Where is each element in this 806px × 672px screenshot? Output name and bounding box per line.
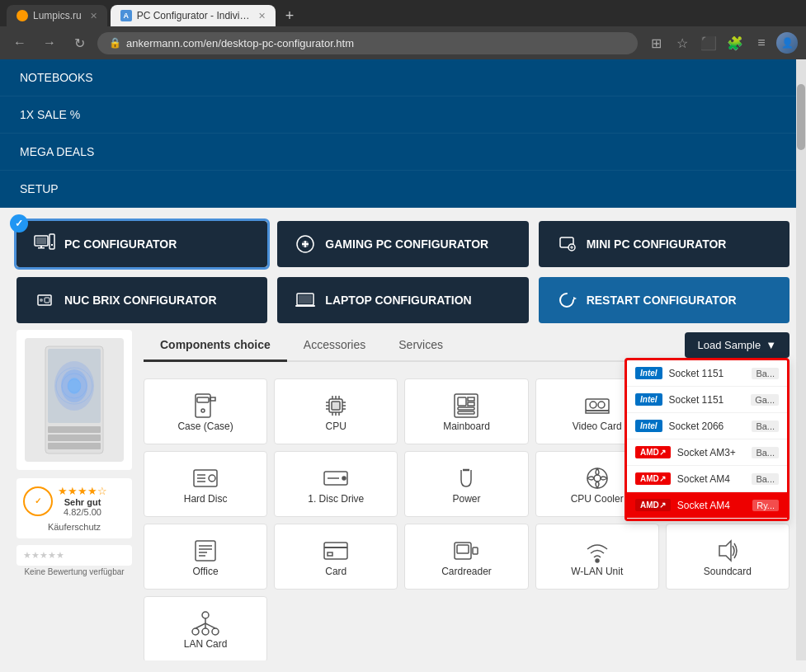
soundcard-label: Soundcard	[704, 566, 752, 577]
svg-line-99	[205, 623, 215, 628]
pc-configurator-button[interactable]: ✓ PC CONFIGURATOR	[16, 221, 267, 267]
laptop-configurator-button[interactable]: LAPTOP CONFIGURATION	[277, 277, 528, 323]
translate-icon[interactable]: ⊞	[644, 31, 667, 54]
configurator-section: ✓ PC CONFIGURATOR	[0, 208, 806, 330]
type-label-2: Ba...	[752, 421, 779, 432]
svg-rect-37	[332, 402, 340, 410]
brand-label-5: AMD↗	[635, 499, 671, 511]
component-wlan[interactable]: W-LAN Unit	[535, 524, 659, 590]
extension-icon[interactable]: ⬛	[697, 31, 720, 54]
nav-mega-deals[interactable]: MEGA DEALS	[0, 134, 806, 171]
office-icon	[191, 536, 220, 566]
puzzle-icon[interactable]: 🧩	[724, 31, 747, 54]
restart-configurator-button[interactable]: RESTART CONFIGURATOR	[539, 277, 790, 323]
forward-button[interactable]: →	[38, 31, 61, 54]
mainboard-icon	[451, 391, 481, 421]
svg-rect-56	[586, 399, 609, 411]
tab-close-lumpics[interactable]: ✕	[90, 11, 97, 21]
restart-icon	[555, 289, 578, 312]
tabs-header: Components choice Accessories Services L…	[144, 330, 790, 362]
tab-components[interactable]: Components choice	[144, 330, 287, 362]
mainboard-label: Mainboard	[443, 421, 490, 432]
dropdown-item-1[interactable]: Intel Socket 1151 Ga...	[627, 387, 787, 413]
component-card[interactable]: Card	[274, 524, 398, 590]
component-cardreader[interactable]: Cardreader	[404, 524, 528, 590]
dropdown-item-5[interactable]: AMD↗ Socket AM4 Ry...	[627, 492, 787, 519]
lancard-label: LAN Card	[184, 638, 228, 650]
menu-icon[interactable]: ≡	[750, 31, 773, 54]
lock-icon: 🔒	[109, 37, 121, 49]
tab-lumpics[interactable]: Lumpics.ru ✕	[7, 5, 107, 26]
dropdown-item-0[interactable]: Intel Socket 1151 Ba...	[627, 360, 787, 387]
type-label-4: Ba...	[752, 473, 779, 485]
kauferschutz-text: Käuferschutz	[23, 522, 125, 532]
component-case[interactable]: Case (Case)	[144, 378, 267, 444]
nav-sale[interactable]: 1X SALE %	[0, 96, 806, 134]
tab-title-configurator: PC Configurator - Individual cust...	[137, 10, 250, 21]
svg-point-74	[587, 468, 607, 488]
svg-rect-54	[458, 407, 474, 410]
cardreader-icon	[451, 536, 481, 566]
svg-rect-31	[48, 443, 101, 449]
socket-label-4: Socket AM4	[677, 473, 746, 485]
svg-point-75	[594, 475, 601, 482]
component-harddisc[interactable]: Hard Disc	[144, 451, 267, 517]
mini-configurator-label: MINI PC CONFIGURATOR	[587, 237, 727, 251]
scrollbar-track[interactable]	[796, 59, 806, 660]
socket-label-5: Socket AM4	[677, 500, 746, 511]
tab-services[interactable]: Services	[382, 330, 460, 362]
svg-rect-35	[210, 397, 215, 401]
component-soundcard[interactable]: Soundcard	[666, 524, 790, 590]
back-button[interactable]: ←	[8, 31, 31, 54]
svg-point-58	[598, 402, 605, 408]
tabs-container: Components choice Accessories Services L…	[144, 330, 790, 660]
component-mainboard[interactable]: Mainboard	[404, 378, 528, 444]
no-review-text: Keine Bewertung verfügbar	[16, 567, 132, 576]
component-cpu[interactable]: CPU	[274, 378, 398, 444]
trust-rating-info: ★★★★☆ Sehr gut 4.82/5.00	[58, 485, 107, 517]
videocard-label: Video Card	[573, 421, 622, 432]
brand-label-4: AMD↗	[635, 472, 671, 485]
type-label-1: Ga...	[751, 394, 779, 406]
toolbar-icons: ⊞ ☆ ⬛ 🧩 ≡ 👤	[644, 31, 798, 54]
load-sample-dropdown: Intel Socket 1151 Ba... Intel Socket 115…	[625, 358, 790, 521]
load-sample-button[interactable]: Load Sample ▼	[685, 332, 790, 358]
pc-case-svg	[33, 342, 115, 458]
bookmark-icon[interactable]: ☆	[671, 31, 694, 54]
profile-avatar[interactable]: 👤	[776, 32, 798, 54]
tab-close-configurator[interactable]: ✕	[258, 11, 266, 21]
svg-marker-92	[719, 541, 731, 561]
component-discdriver[interactable]: 1. Disc Drive	[274, 451, 398, 517]
tab-accessories[interactable]: Accessories	[287, 330, 382, 362]
new-tab-button[interactable]: +	[279, 7, 301, 25]
svg-rect-29	[48, 426, 101, 433]
dropdown-item-2[interactable]: Intel Socket 2066 Ba...	[627, 413, 787, 439]
tab-configurator[interactable]: A PC Configurator - Individual cust... ✕	[111, 5, 276, 26]
trust-badge: ✓ ★★★★☆ Sehr gut 4.82/5.00 Käuferschutz	[16, 478, 132, 538]
address-text: ankermann.com/en/desktop-pc-configurator…	[126, 37, 354, 49]
svg-rect-19	[295, 305, 315, 307]
component-power[interactable]: Power	[404, 451, 528, 517]
load-sample-wrapper: Load Sample ▼ Intel Socket 1151 Ba... In…	[685, 332, 790, 358]
dropdown-item-3[interactable]: AMD↗ Socket AM3+ Ba...	[627, 439, 787, 466]
mini-configurator-button[interactable]: MINI PC CONFIGURATOR	[539, 221, 790, 267]
nuc-configurator-button[interactable]: NUC BRIX CONFIGURATOR	[16, 277, 267, 323]
wlan-label: W-LAN Unit	[571, 566, 623, 577]
gaming-configurator-button[interactable]: GAMING PC CONFIGURATOR	[277, 221, 528, 267]
component-office[interactable]: Office	[144, 524, 267, 590]
soundcard-icon	[713, 536, 742, 566]
scrollbar-thumb[interactable]	[797, 84, 805, 150]
nav-setup[interactable]: SETUP	[0, 171, 806, 208]
svg-rect-53	[468, 402, 474, 406]
dropdown-item-4[interactable]: AMD↗ Socket AM4 Ba...	[627, 466, 787, 492]
reload-button[interactable]: ↻	[68, 31, 91, 54]
check-badge: ✓	[10, 214, 28, 233]
svg-point-66	[209, 475, 215, 482]
brand-label-0: Intel	[635, 367, 662, 379]
address-input[interactable]: 🔒 ankermann.com/en/desktop-pc-configurat…	[97, 32, 638, 54]
socket-label-1: Socket 1151	[669, 394, 745, 406]
component-lancard[interactable]: LAN Card	[144, 596, 267, 660]
svg-line-98	[196, 623, 205, 628]
nav-notebooks[interactable]: NOTEBOOKS	[0, 59, 806, 96]
restart-configurator-label: RESTART CONFIGURATOR	[587, 294, 737, 307]
